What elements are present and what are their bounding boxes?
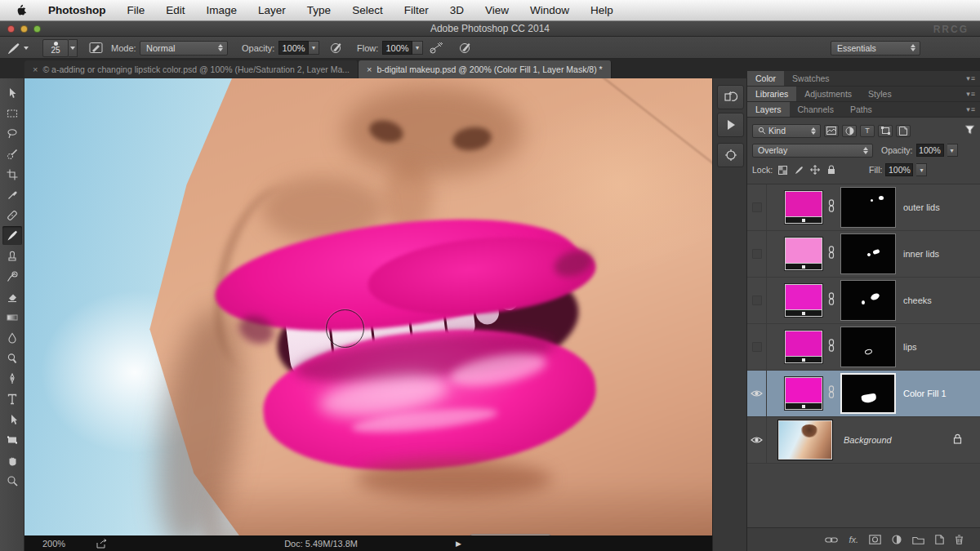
- layer-name[interactable]: outer lids: [903, 202, 940, 212]
- pressure-size-icon[interactable]: [458, 37, 472, 59]
- hidden-eye-checkbox[interactable]: [752, 249, 762, 259]
- layer-mask-thumbnail[interactable]: [840, 187, 896, 228]
- new-adjustment-layer-icon[interactable]: [892, 535, 902, 544]
- layer-opacity-value[interactable]: 100%: [916, 144, 944, 157]
- panel-menu-icon[interactable]: ▾≡: [966, 105, 976, 113]
- filter-adjustment-layers-icon[interactable]: [842, 125, 857, 137]
- layer-row-lips[interactable]: lips: [747, 324, 980, 371]
- airbrush-icon[interactable]: [429, 37, 443, 59]
- history-brush-tool[interactable]: [2, 267, 22, 286]
- lock-all-icon[interactable]: [825, 164, 838, 176]
- fill-color-thumbnail[interactable]: [785, 284, 822, 317]
- tab-channels[interactable]: Channels: [790, 102, 842, 117]
- menu-item-file[interactable]: File: [127, 4, 145, 16]
- menu-item-filter[interactable]: Filter: [404, 4, 429, 16]
- visibility-toggle[interactable]: [747, 324, 767, 371]
- history-panel-icon[interactable]: [717, 85, 744, 109]
- quick-selection-tool[interactable]: [2, 144, 22, 163]
- zoom-tool[interactable]: [2, 471, 22, 490]
- menu-item-image[interactable]: Image: [207, 4, 238, 16]
- pen-tool[interactable]: [2, 369, 22, 388]
- eyedropper-tool[interactable]: [2, 185, 22, 204]
- fill-color-thumbnail[interactable]: [785, 331, 822, 363]
- lock-position-icon[interactable]: [808, 164, 822, 176]
- mask-link-icon[interactable]: [827, 246, 835, 262]
- close-tab-icon[interactable]: ×: [367, 64, 372, 74]
- flow-value[interactable]: 100%: [382, 41, 412, 55]
- menu-item-type[interactable]: Type: [307, 4, 331, 16]
- menu-item-view[interactable]: View: [485, 4, 509, 16]
- brush-tool[interactable]: [2, 226, 22, 245]
- shape-tool[interactable]: [2, 430, 22, 449]
- brush-preset-dropdown-arrow[interactable]: [24, 37, 29, 59]
- move-tool[interactable]: [2, 83, 22, 102]
- layer-fill-dropdown-icon[interactable]: ▾: [916, 163, 927, 176]
- actions-panel-icon[interactable]: [717, 113, 744, 137]
- crop-tool[interactable]: [2, 165, 22, 184]
- gradient-tool[interactable]: [2, 308, 22, 327]
- toggle-brush-panel-icon[interactable]: [89, 37, 103, 59]
- tab-libraries[interactable]: Libraries: [747, 87, 796, 101]
- delete-layer-icon[interactable]: [955, 535, 964, 544]
- close-tab-icon[interactable]: ×: [33, 64, 38, 74]
- minimize-window-button[interactable]: [20, 25, 28, 33]
- layer-name[interactable]: inner lids: [903, 249, 939, 259]
- layer-mask-thumbnail[interactable]: [840, 280, 896, 321]
- filter-smart-objects-icon[interactable]: [896, 125, 911, 137]
- opacity-value[interactable]: 100%: [278, 41, 309, 55]
- layer-name[interactable]: Color Fill 1: [903, 389, 947, 398]
- dodge-tool[interactable]: [2, 349, 22, 367]
- fill-color-thumbnail[interactable]: [785, 238, 822, 270]
- flow-field[interactable]: 100% ▾: [382, 37, 423, 59]
- workspace-select[interactable]: Essentials: [831, 37, 920, 59]
- layer-fill-value[interactable]: 100%: [885, 163, 913, 176]
- mask-link-icon[interactable]: [827, 385, 835, 402]
- add-layer-mask-icon[interactable]: [869, 535, 881, 544]
- tab-color[interactable]: Color: [747, 71, 784, 86]
- path-selection-tool[interactable]: [2, 410, 22, 429]
- tab-lipstick-color-psd[interactable]: × © a-adding or changing lipstick color.…: [24, 60, 359, 78]
- type-tool[interactable]: [2, 389, 22, 408]
- menu-item-edit[interactable]: Edit: [166, 4, 185, 16]
- filter-toggle-icon[interactable]: [964, 125, 975, 136]
- fill-color-thumbnail[interactable]: [785, 191, 822, 224]
- menu-item-select[interactable]: Select: [352, 4, 383, 16]
- close-window-button[interactable]: [7, 25, 15, 33]
- marquee-tool[interactable]: [2, 104, 22, 122]
- lock-transparency-icon[interactable]: [776, 164, 789, 176]
- menu-item-help[interactable]: Help: [590, 4, 613, 16]
- document-size-info[interactable]: Doc: 5.49M/13.8M: [284, 539, 358, 549]
- visibility-toggle[interactable]: [747, 184, 767, 231]
- layer-mask-thumbnail[interactable]: [840, 233, 896, 274]
- zoom-window-button[interactable]: [33, 25, 41, 33]
- layer-row-cheeks[interactable]: cheeks: [747, 278, 980, 324]
- link-layers-icon[interactable]: [825, 536, 838, 544]
- flow-dropdown-icon[interactable]: ▾: [412, 41, 423, 55]
- tab-digital-makeup-psd[interactable]: × b-digital makeup.psd @ 200% (Color Fil…: [359, 60, 612, 78]
- layer-mask-thumbnail[interactable]: [840, 373, 896, 414]
- tab-layers[interactable]: Layers: [747, 102, 790, 117]
- brush-size-preset[interactable]: 25: [42, 37, 78, 59]
- zoom-level-field[interactable]: 200%: [42, 539, 65, 549]
- filter-pixel-layers-icon[interactable]: [824, 125, 839, 137]
- visibility-toggle[interactable]: [747, 417, 767, 464]
- visibility-toggle[interactable]: [747, 371, 767, 417]
- apple-logo-icon[interactable]: [15, 4, 27, 17]
- blur-tool[interactable]: [2, 328, 22, 347]
- opacity-field[interactable]: 100% ▾: [278, 37, 319, 59]
- filter-type-layers-icon[interactable]: T: [860, 125, 875, 137]
- lock-pixels-icon[interactable]: [792, 164, 805, 176]
- layer-filter-select[interactable]: Kind: [752, 124, 821, 138]
- tab-styles[interactable]: Styles: [860, 87, 900, 101]
- canvas-image[interactable]: M 人人素材: [24, 78, 712, 535]
- background-layer-thumbnail[interactable]: [778, 420, 832, 460]
- layer-name[interactable]: cheeks: [903, 295, 932, 305]
- menu-item-layer[interactable]: Layer: [258, 4, 286, 16]
- hidden-eye-checkbox[interactable]: [752, 295, 762, 305]
- opacity-dropdown-icon[interactable]: ▾: [309, 41, 319, 55]
- layer-style-icon[interactable]: fx.: [849, 535, 858, 544]
- layer-name[interactable]: Background: [844, 435, 892, 445]
- new-group-icon[interactable]: [912, 535, 924, 544]
- clone-stamp-tool[interactable]: [2, 247, 22, 265]
- status-popup-icon[interactable]: ▶: [456, 540, 461, 548]
